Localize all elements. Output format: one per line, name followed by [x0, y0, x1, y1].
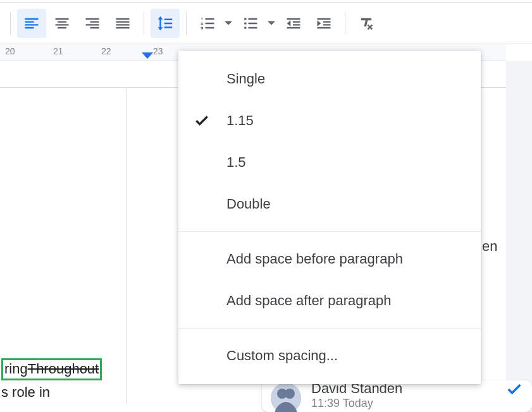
ruler-number: 22 [101, 46, 111, 56]
comment-card[interactable]: David Standen 11:39 Today [262, 380, 532, 412]
ruler-number: 23 [153, 46, 163, 56]
peek-text: en [482, 238, 497, 255]
align-justify-icon [114, 15, 132, 32]
doc-text-strike: Throughout [28, 361, 99, 377]
clear-formatting-icon [357, 15, 375, 32]
comment-time: 11:39 Today [311, 397, 505, 410]
toolbar-divider [186, 12, 187, 35]
align-left-button[interactable] [17, 9, 46, 38]
menu-label: 1.5 [226, 154, 466, 171]
align-left-icon [23, 15, 40, 32]
indent-decrease-icon [285, 15, 302, 32]
align-center-button[interactable] [47, 9, 77, 38]
toolbar [0, 3, 532, 44]
caret-down-icon [225, 20, 232, 27]
clear-formatting-button[interactable] [352, 9, 381, 38]
svg-point-1 [244, 22, 247, 25]
spacing-option-115[interactable]: 1.15 [178, 100, 481, 142]
spacing-option-15[interactable]: 1.5 [178, 142, 481, 183]
bulleted-list-icon [242, 15, 259, 32]
numbered-list-icon [199, 15, 216, 32]
align-right-icon [84, 15, 101, 32]
menu-label: Custom spacing... [226, 348, 466, 364]
svg-point-5 [285, 389, 295, 399]
menu-label: Add space after paragraph [226, 293, 466, 309]
menu-label: Add space before paragraph [226, 251, 466, 267]
numbered-list-dropdown[interactable] [222, 9, 235, 38]
menu-separator [178, 328, 481, 329]
align-right-button[interactable] [78, 9, 107, 38]
spacing-option-single[interactable]: Single [178, 58, 481, 100]
svg-point-0 [244, 18, 247, 20]
indent-increase-icon [315, 15, 333, 32]
svg-point-2 [244, 27, 247, 29]
menu-label: Single [226, 71, 466, 87]
spacing-option-double[interactable]: Double [178, 183, 481, 225]
ruler-indent-marker[interactable] [142, 52, 153, 62]
line-spacing-button[interactable] [151, 9, 180, 38]
align-center-icon [53, 15, 71, 32]
add-space-after-paragraph[interactable]: Add space after paragraph [178, 280, 481, 322]
menu-separator [178, 231, 481, 232]
doc-text-line: s role in [1, 384, 102, 401]
numbered-list-button[interactable] [193, 9, 222, 38]
caret-down-icon [268, 20, 275, 27]
bulleted-list-button[interactable] [236, 9, 265, 38]
check-icon [505, 380, 523, 398]
document-page[interactable]: ringThroughout s role in [0, 88, 127, 404]
menu-label: Double [226, 196, 466, 212]
suggestion-highlight[interactable]: ringThroughout [1, 358, 102, 380]
line-spacing-menu: Single 1.15 1.5 Double Add space before … [178, 51, 481, 384]
custom-spacing[interactable]: Custom spacing... [178, 335, 481, 377]
align-justify-button[interactable] [108, 9, 137, 38]
toolbar-divider [144, 12, 144, 35]
menu-label: 1.15 [226, 112, 466, 129]
indent-increase-button[interactable] [309, 9, 338, 38]
check-icon [194, 112, 226, 129]
line-spacing-icon [156, 14, 175, 33]
avatar [271, 383, 301, 412]
right-sidebar [506, 61, 532, 412]
bulleted-list-dropdown[interactable] [265, 9, 278, 38]
add-space-before-paragraph[interactable]: Add space before paragraph [178, 238, 481, 280]
ruler-number: 20 [5, 46, 15, 56]
doc-text: ring [4, 361, 28, 377]
toolbar-divider [345, 12, 345, 35]
ruler-number: 21 [53, 46, 63, 56]
toolbar-divider [10, 12, 11, 35]
resolve-comment-button[interactable] [505, 380, 523, 401]
indent-decrease-button[interactable] [279, 9, 308, 38]
